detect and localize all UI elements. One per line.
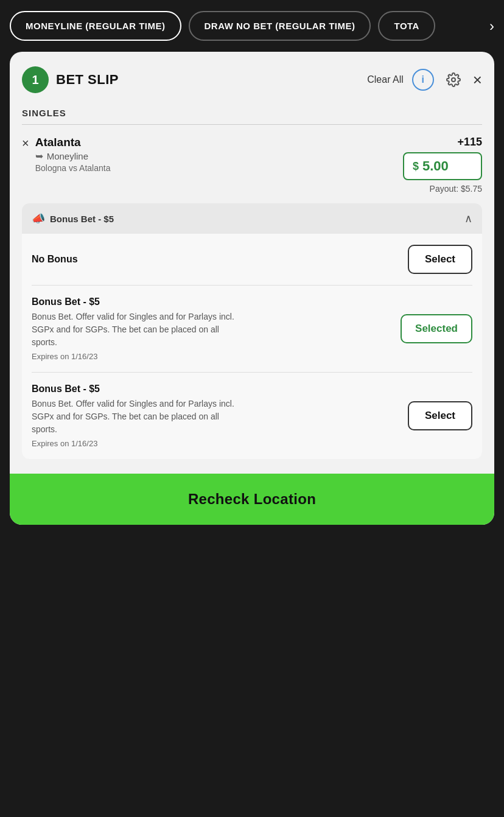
bonus-option-third-info: Bonus Bet - $5 Bonus Bet. Offer valid fo… — [32, 384, 239, 448]
bonus-selected-expiry: Expires on 1/16/23 — [32, 352, 239, 361]
bonus-section: 📣 Bonus Bet - $5 ∧ No Bonus Select Bonus… — [22, 203, 482, 459]
payout-text: Payout: $5.75 — [430, 184, 482, 194]
bonus-option-selected: Bonus Bet - $5 Bonus Bet. Offer valid fo… — [32, 286, 472, 373]
scroll-right-arrow[interactable]: › — [489, 18, 494, 35]
info-button[interactable]: i — [412, 69, 434, 91]
bonus-header-title: Bonus Bet - $5 — [50, 214, 464, 224]
bonus-option-selected-row: Bonus Bet - $5 Bonus Bet. Offer valid fo… — [32, 296, 472, 361]
recheck-location-button[interactable]: Recheck Location — [10, 474, 494, 525]
bonus-option-third-row: Bonus Bet - $5 Bonus Bet. Offer valid fo… — [32, 384, 472, 448]
tab-totals[interactable]: TOTA — [378, 11, 435, 41]
close-button[interactable]: × — [473, 72, 482, 88]
bet-type-row: ➥ Moneyline — [35, 150, 403, 162]
chevron-up-icon: ∧ — [464, 212, 472, 225]
remove-bet-button[interactable]: × — [22, 137, 29, 149]
svg-point-0 — [452, 78, 455, 82]
bet-input-box[interactable]: $ 5.00 — [403, 152, 482, 180]
arrow-icon: ➥ — [35, 150, 43, 162]
bonus-third-select-button[interactable]: Select — [408, 401, 472, 430]
bet-count-badge: 1 — [22, 66, 49, 93]
bet-row: × Atalanta ➥ Moneyline Bologna vs Atalan… — [22, 136, 482, 194]
megaphone-icon: 📣 — [32, 212, 45, 225]
bet-slip-card: 1 BET SLIP Clear All i × SINGLES × Atala… — [10, 52, 494, 525]
singles-label: SINGLES — [22, 108, 482, 118]
bonus-option-third: Bonus Bet - $5 Bonus Bet. Offer valid fo… — [32, 373, 472, 459]
bonus-third-expiry: Expires on 1/16/23 — [32, 439, 239, 448]
bet-odds: +115 — [457, 136, 482, 149]
bet-info: Atalanta ➥ Moneyline Bologna vs Atalanta — [35, 136, 403, 173]
bet-match: Bologna vs Atalanta — [35, 163, 403, 173]
no-bonus-label: No Bonus — [32, 254, 78, 265]
bonus-selected-desc: Bonus Bet. Offer valid for Singles and f… — [32, 310, 239, 349]
bet-slip-header: 1 BET SLIP Clear All i × — [22, 66, 482, 93]
bonus-third-desc: Bonus Bet. Offer valid for Singles and f… — [32, 398, 239, 436]
tab-moneyline[interactable]: MONEYLINE (REGULAR TIME) — [10, 11, 181, 41]
bonus-third-name: Bonus Bet - $5 — [32, 384, 239, 394]
bet-right: +115 $ 5.00 Payout: $5.75 — [403, 136, 482, 194]
bonus-option-selected-info: Bonus Bet - $5 Bonus Bet. Offer valid fo… — [32, 296, 239, 361]
no-bonus-select-button[interactable]: Select — [408, 245, 472, 274]
bonus-selected-button[interactable]: Selected — [401, 314, 472, 343]
bonus-selected-name: Bonus Bet - $5 — [32, 296, 239, 307]
dollar-sign: $ — [413, 160, 419, 173]
tab-draw-no-bet[interactable]: DRAW NO BET (REGULAR TIME) — [189, 11, 371, 41]
bet-team-name: Atalanta — [35, 136, 403, 149]
top-nav: MONEYLINE (REGULAR TIME) DRAW NO BET (RE… — [0, 0, 504, 52]
bonus-option-no-bonus-row: No Bonus Select — [32, 245, 472, 274]
bet-type-label: Moneyline — [47, 151, 88, 161]
header-actions: Clear All i × — [367, 69, 482, 91]
bet-amount: 5.00 — [422, 158, 449, 174]
settings-button[interactable] — [443, 69, 464, 91]
clear-all-button[interactable]: Clear All — [367, 74, 404, 85]
bet-slip-title: BET SLIP — [56, 72, 367, 88]
bonus-header[interactable]: 📣 Bonus Bet - $5 ∧ — [22, 203, 482, 234]
bonus-inner: No Bonus Select Bonus Bet - $5 Bonus Bet… — [22, 234, 482, 459]
bonus-option-no-bonus: No Bonus Select — [32, 234, 472, 286]
singles-divider — [22, 124, 482, 125]
